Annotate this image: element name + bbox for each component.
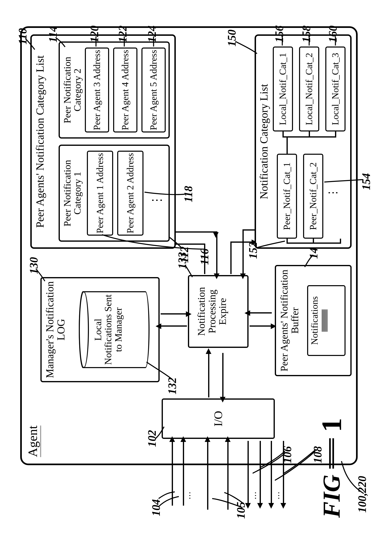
leader-114: [55, 34, 67, 48]
figure-label: FIG 1: [315, 418, 348, 518]
leader-116: [101, 233, 206, 251]
peer-agent1: Peer Agent 1 Address: [87, 151, 113, 236]
leader-152: [256, 235, 286, 251]
ref-116: 116: [198, 249, 211, 265]
leader-122: [121, 35, 127, 48]
local-notif-cat-2: Local_Notif_Cat_2: [299, 47, 319, 131]
peer-agent5: Peer Agent 5 Address: [142, 48, 166, 132]
notif-proc-label: Notification Processing Expire: [196, 277, 228, 346]
peer-notif-cat-2: Peer_Notif_Cat_2: [303, 154, 323, 239]
cat1-ellipsis: ⋮: [150, 194, 164, 206]
leader-160: [333, 35, 338, 47]
leader-140: [303, 253, 315, 269]
local-notif-cat-3: Local_Notif_Cat_3: [325, 47, 345, 131]
leader-132: [146, 358, 172, 380]
dots-108: ⋯: [274, 491, 283, 500]
leader-102: [154, 425, 166, 441]
notifications-lines-icon: [322, 309, 327, 332]
leader-110: [24, 34, 36, 51]
buffer-list-label: Notifications: [310, 296, 319, 345]
leader-156: [280, 35, 285, 47]
leader-105: [212, 485, 245, 510]
leader-133: [184, 263, 194, 279]
peer-cat-list-title: Peer Agents' Notification Category List: [34, 36, 46, 247]
leader-104: [158, 483, 182, 508]
io-label: I/O: [212, 399, 224, 439]
leader-124: [151, 35, 157, 48]
managers-log-cyl-label: Local Notifications Sent to Manager: [93, 293, 123, 366]
buffer-list: Notifications: [307, 285, 345, 356]
peer-agent3: Peer Agent 3 Address: [85, 48, 109, 132]
peer-cat1-title: Peer Notification Category 1: [62, 147, 83, 240]
peer-cat2-title: Peer Notification Category 2: [62, 43, 83, 136]
peer-notif-cat-1: Peer_Notif_Cat_1: [277, 154, 297, 239]
leader-108: [275, 447, 317, 481]
leader-120: [93, 35, 99, 48]
buffer-title: Peer Agents' Notification Buffer: [279, 267, 300, 374]
leader-158: [307, 35, 312, 47]
agent-title: Agent: [25, 426, 40, 457]
leader-154: [324, 174, 365, 190]
peer-agent4: Peer Agent 4 Address: [113, 48, 137, 132]
managers-log-title: Manager's Notification LOG: [44, 279, 66, 380]
local-notif-cat-1: Local_Notif_Cat_1: [273, 47, 293, 131]
peer-agent2: Peer Agent 2 Address: [117, 151, 143, 236]
dots-104: ⋯: [185, 491, 194, 500]
notif-cat-list-title: Notification Category List: [258, 65, 270, 218]
dots-106: ⋯: [250, 491, 260, 500]
leader-130: [34, 267, 47, 283]
leader-150: [234, 38, 259, 57]
